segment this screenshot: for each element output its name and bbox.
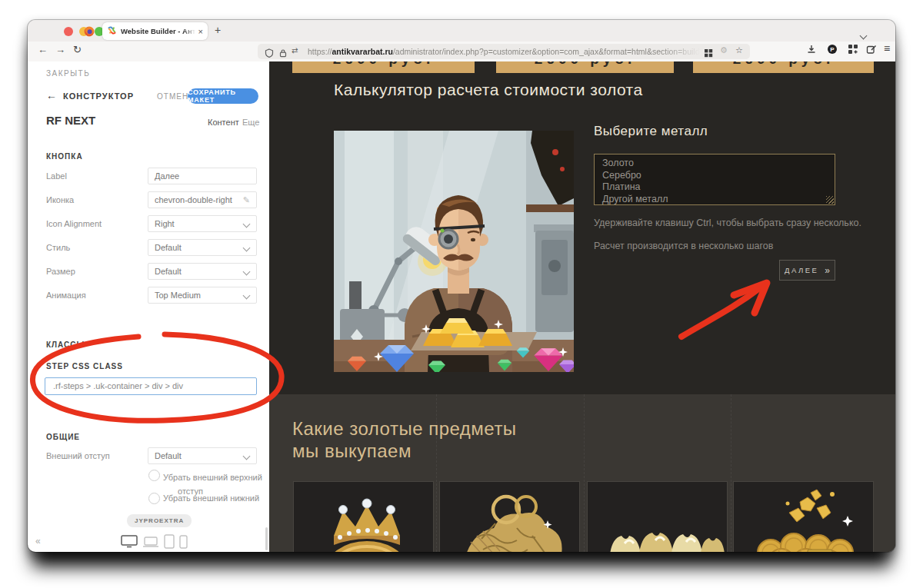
field-label: Label <box>46 171 67 181</box>
size-select[interactable]: Default <box>148 263 257 280</box>
extension-p-badge-icon[interactable]: P <box>827 44 838 58</box>
close-customizer-button[interactable]: ЗАКРЫТЬ <box>46 69 90 78</box>
sidebar-scrollbar[interactable] <box>265 527 268 550</box>
margin-select[interactable]: Default <box>148 447 257 464</box>
metal-option[interactable]: Платина <box>602 181 835 194</box>
metal-option[interactable]: Другой металл <box>602 194 835 206</box>
section-header-classes: КЛАССЫ <box>46 341 85 349</box>
field-label: Icon Alignment <box>46 219 102 228</box>
tab-title: Website Builder - АнтикварАрб <box>121 27 197 35</box>
browser-window: Website Builder - АнтикварАрб × + ← → ↻ … <box>28 20 895 552</box>
buyout-title-line2: мы выкупаем <box>292 440 412 462</box>
builder-sidebar: ЗАКРЫТЬ ← КОНСТРУКТОР ОТМЕНА СОХРАНИТЬ М… <box>28 61 269 552</box>
remove-bottom-margin-label: Убрать внешний нижний <box>163 493 259 503</box>
buyout-title-line1: Какие золотые предметы <box>292 418 517 440</box>
gold-crown-ring-image <box>294 482 434 552</box>
close-window-button[interactable] <box>64 27 73 36</box>
double-chevron-icon: » <box>825 265 830 276</box>
field-label: Размер <box>46 267 75 276</box>
price-button[interactable]: 2600 руб. <box>693 61 874 73</box>
icon-alignment-select[interactable]: Right <box>148 215 257 232</box>
gold-dental-image <box>588 482 728 552</box>
card-gold-coins[interactable] <box>733 481 874 552</box>
tab-more[interactable]: Еще <box>242 118 259 127</box>
tab-close-icon[interactable]: × <box>198 27 203 36</box>
back-button[interactable]: ← <box>38 44 48 55</box>
chevron-down-icon <box>243 244 251 252</box>
download-icon[interactable] <box>806 44 817 58</box>
site-preview: 2600 руб. 2600 руб. 2600 руб. Калькулято… <box>269 61 895 552</box>
save-layout-button[interactable]: СОХРАНИТЬ МАКЕТ <box>188 88 258 104</box>
section-header-button: КНОПКА <box>46 152 83 161</box>
chevron-down-icon <box>243 221 251 228</box>
chevron-down-icon <box>243 292 251 300</box>
card-gold-dental[interactable] <box>587 481 728 552</box>
menu-icon[interactable]: ≡ <box>884 42 890 55</box>
lock-icon[interactable] <box>278 47 288 61</box>
chevron-down-icon <box>243 268 251 276</box>
next-step-button[interactable]: ДАЛЕЕ» <box>779 260 835 281</box>
extensions-grid-icon[interactable] <box>848 44 858 58</box>
gold-jewelry-image <box>440 482 580 552</box>
field-label: Иконка <box>46 195 74 204</box>
grid-guide <box>584 394 585 552</box>
joomla-icon <box>107 25 117 38</box>
share-edit-icon[interactable] <box>866 44 877 58</box>
list-tabs-chevron-icon[interactable] <box>861 28 866 42</box>
label-input[interactable]: Далее <box>148 168 257 184</box>
tab-bar: Website Builder - АнтикварАрб × + <box>28 20 895 42</box>
section-header-general: ОБЩИЕ <box>46 433 80 441</box>
back-arrow-icon[interactable]: ← <box>46 89 57 101</box>
metal-option[interactable]: Серебро <box>602 170 835 182</box>
price-button[interactable]: 2600 руб. <box>292 61 475 73</box>
active-tab[interactable]: Website Builder - АнтикварАрб × <box>102 22 208 40</box>
calculator-title: Калькулятор расчета стоимости золота <box>334 81 643 99</box>
navigation-toolbar: ← → ↻ ⇄ https://antikvararbat.ru/adminis… <box>28 42 895 61</box>
buyout-section: Какие золотые предметы мы выкупаем <box>269 394 895 552</box>
containers-grid-icon[interactable] <box>704 47 713 61</box>
chevron-down-icon <box>243 453 251 460</box>
field-label: Анимация <box>46 291 86 300</box>
collapse-panel-button[interactable]: « <box>35 536 41 546</box>
metal-multiselect[interactable]: Золото Серебро Платина Другой металл <box>594 154 835 205</box>
new-tab-button[interactable]: + <box>215 24 221 36</box>
firefox-icon[interactable] <box>84 26 95 40</box>
tab-content[interactable]: Контент <box>208 118 239 127</box>
step-css-class-input[interactable]: .rf-steps > .uk-container > div > div <box>45 377 257 395</box>
reload-button[interactable]: ↻ <box>73 44 82 55</box>
remove-top-margin-radio[interactable] <box>148 470 160 481</box>
tablet-device-icon[interactable] <box>164 534 175 552</box>
desktop-device-icon[interactable] <box>121 535 138 551</box>
card-gold-jewelry[interactable] <box>439 481 580 552</box>
forward-button[interactable]: → <box>55 44 65 55</box>
jyproextra-badge: JYPROEXTRA <box>127 514 192 527</box>
gear-icon[interactable]: ⚙ <box>720 45 728 55</box>
remove-bottom-margin-radio[interactable] <box>148 493 160 504</box>
field-label: Стиль <box>46 243 70 252</box>
icon-input[interactable]: chevron-double-right✎ <box>148 191 257 208</box>
screenshot-background: Website Builder - АнтикварАрб × + ← → ↻ … <box>0 0 923 588</box>
jeweler-illustration <box>334 131 574 372</box>
price-button[interactable]: 2600 руб. <box>496 61 674 73</box>
hint-multiselect: Удерживайте клавишу Ctrl, чтобы выбрать … <box>594 218 861 228</box>
pencil-icon[interactable]: ✎ <box>243 192 250 208</box>
animation-select[interactable]: Top Medium <box>148 287 257 304</box>
phone-device-icon[interactable] <box>179 535 188 552</box>
card-gold-crown-ring[interactable] <box>293 481 434 552</box>
bookmark-star-icon[interactable]: ☆ <box>735 45 743 55</box>
metal-title: Выберите металл <box>594 124 708 139</box>
panel-title: КОНСТРУКТОР <box>63 91 134 101</box>
step-css-class-label: STEP CSS CLASS <box>46 362 123 370</box>
address-bar[interactable]: ⇄ https://antikvararbat.ru/administrator… <box>258 44 750 59</box>
viewport: ЗАКРЫТЬ ← КОНСТРУКТОР ОТМЕНА СОХРАНИТЬ М… <box>28 61 895 552</box>
url-text[interactable]: https://antikvararbat.ru/administrator/i… <box>308 47 700 56</box>
metal-option[interactable]: Золото <box>602 158 835 170</box>
hint-steps: Расчет производится в несколько шагов <box>594 241 773 251</box>
element-title: RF NEXT <box>46 114 95 127</box>
shield-icon[interactable] <box>265 47 274 61</box>
svg-text:P: P <box>830 46 835 53</box>
style-select[interactable]: Default <box>148 239 257 256</box>
tracking-toggle-icon[interactable]: ⇄ <box>292 46 298 55</box>
laptop-device-icon[interactable] <box>142 537 159 551</box>
grid-guide <box>731 394 731 552</box>
